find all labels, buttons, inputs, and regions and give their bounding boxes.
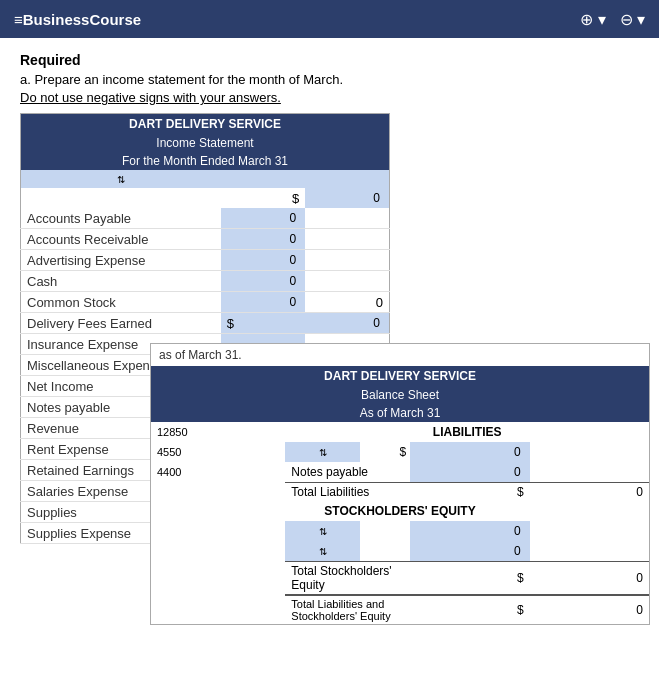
income-dollar-value[interactable] bbox=[305, 188, 389, 208]
income-sort-col2 bbox=[221, 170, 305, 188]
bs-total-liab-label: Total Liabilities bbox=[285, 483, 410, 502]
accounts-payable-input[interactable] bbox=[239, 210, 299, 226]
user-icon[interactable]: ⊖ ▾ bbox=[620, 10, 645, 29]
row-input-col[interactable] bbox=[221, 271, 305, 292]
bs-eq-spacer-1 bbox=[151, 521, 285, 541]
bs-sort-icon-1[interactable]: ⇅ bbox=[285, 442, 360, 462]
row-input-col[interactable] bbox=[221, 208, 305, 229]
bs-left-v1: 12850 bbox=[151, 422, 285, 442]
income-subtitle: For the Month Ended March 31 bbox=[21, 152, 390, 170]
bs-grand-total-row: Total Liabilities and Stockholders' Equi… bbox=[151, 595, 649, 624]
top-bar-icons: ⊕ ▾ ⊖ ▾ bbox=[580, 10, 645, 29]
row-right-col bbox=[305, 229, 389, 250]
bs-equity-row-2: ⇅ bbox=[151, 541, 649, 562]
bs-total-equity-row: Total Stockholders' Equity $ 0 bbox=[151, 562, 649, 596]
row-input-col[interactable] bbox=[221, 292, 305, 313]
top-bar: ≡BusinessCourse ⊕ ▾ ⊖ ▾ bbox=[0, 0, 659, 38]
bs-equity-row-1: ⇅ bbox=[151, 521, 649, 541]
common-stock-input[interactable] bbox=[239, 294, 299, 310]
table-row: Common Stock 0 bbox=[21, 292, 390, 313]
bs-grand-total-label: Total Liabilities and Stockholders' Equi… bbox=[285, 595, 410, 624]
row-dollar-col: $ bbox=[221, 313, 305, 334]
table-row: Accounts Receivable bbox=[21, 229, 390, 250]
income-sort-label[interactable]: ⇅ bbox=[21, 170, 221, 188]
cash-input[interactable] bbox=[239, 273, 299, 289]
bs-liabilities-header-row: 12850 LIABILITIES bbox=[151, 422, 649, 442]
bs-equity-input-1[interactable] bbox=[410, 521, 529, 541]
row-right-col[interactable] bbox=[305, 313, 389, 334]
bs-equity-right-1 bbox=[530, 521, 649, 541]
row-label: Common Stock bbox=[21, 292, 221, 313]
bs-sort-icon-3[interactable]: ⇅ bbox=[285, 541, 360, 562]
income-company: DART DELIVERY SERVICE bbox=[21, 114, 390, 135]
income-title: Income Statement bbox=[21, 134, 390, 152]
row-input-col[interactable] bbox=[221, 229, 305, 250]
main-area: DART DELIVERY SERVICE Income Statement F… bbox=[20, 113, 639, 700]
bs-subtitle: As of March 31 bbox=[151, 404, 649, 422]
row-right-col bbox=[305, 250, 389, 271]
accounts-receivable-input[interactable] bbox=[239, 231, 299, 247]
app-logo: ≡BusinessCourse bbox=[14, 11, 141, 28]
row-right-col bbox=[305, 271, 389, 292]
bs-liabilities-header: LIABILITIES bbox=[285, 422, 649, 442]
as-of-label: as of March 31. bbox=[151, 344, 649, 366]
bs-equity-value-2-input[interactable] bbox=[464, 543, 524, 559]
bs-notes-payable-row: 4400 Notes payable bbox=[151, 462, 649, 483]
income-sort-col3 bbox=[305, 170, 389, 188]
bs-eq-label-1 bbox=[360, 521, 410, 541]
bs-equity-header-row: STOCKHOLDERS' EQUITY bbox=[151, 501, 649, 521]
income-sort-row: ⇅ bbox=[21, 170, 390, 188]
bs-total-equity-dollar: $ bbox=[410, 562, 529, 596]
bs-title: Balance Sheet bbox=[151, 386, 649, 404]
bs-dollar-sign-1: $ bbox=[360, 442, 410, 462]
bs-equity-right-2 bbox=[530, 541, 649, 562]
bs-subtitle-row: As of March 31 bbox=[151, 404, 649, 422]
balance-sheet-table: DART DELIVERY SERVICE Balance Sheet As o… bbox=[151, 366, 649, 624]
bs-notes-payable-input[interactable] bbox=[410, 462, 529, 483]
bs-notes-payable-right bbox=[530, 462, 649, 483]
bs-header-row: DART DELIVERY SERVICE bbox=[151, 366, 649, 386]
row-label: Accounts Receivable bbox=[21, 229, 221, 250]
row-label: Delivery Fees Earned bbox=[21, 313, 221, 334]
income-dollar-sign: $ bbox=[221, 188, 305, 208]
add-icon[interactable]: ⊕ ▾ bbox=[580, 10, 605, 29]
table-row: Delivery Fees Earned $ bbox=[21, 313, 390, 334]
bs-notes-payable-label: Notes payable bbox=[285, 462, 410, 483]
advertising-expense-input[interactable] bbox=[239, 252, 299, 268]
bs-equity-value-1-input[interactable] bbox=[464, 523, 524, 539]
bs-liab-input-1[interactable] bbox=[410, 442, 529, 462]
bs-eq-spacer-2 bbox=[151, 541, 285, 562]
income-header: DART DELIVERY SERVICE bbox=[21, 114, 390, 135]
row-input-col[interactable] bbox=[221, 250, 305, 271]
income-title-row: Income Statement bbox=[21, 134, 390, 152]
row-label: Cash bbox=[21, 271, 221, 292]
bs-total-equity-value: 0 bbox=[530, 562, 649, 596]
bs-grand-total-dollar: $ bbox=[410, 595, 529, 624]
bs-left-v3: 4400 bbox=[151, 462, 285, 483]
row-label: Advertising Expense bbox=[21, 250, 221, 271]
required-label: Required bbox=[20, 52, 639, 68]
instruction-a: a. Prepare an income statement for the m… bbox=[20, 72, 639, 87]
bs-eq-label-2 bbox=[360, 541, 410, 562]
table-row: Advertising Expense bbox=[21, 250, 390, 271]
bs-left-v2: 4550 bbox=[151, 442, 285, 462]
income-dollar-input[interactable] bbox=[323, 190, 383, 206]
bs-eq-total-spacer bbox=[151, 562, 285, 596]
bs-sort-icon-2[interactable]: ⇅ bbox=[285, 521, 360, 541]
bs-total-equity-label: Total Stockholders' Equity bbox=[285, 562, 410, 596]
delivery-fees-input[interactable] bbox=[323, 315, 383, 331]
bs-title-row: Balance Sheet bbox=[151, 386, 649, 404]
bs-liab-right-1 bbox=[530, 442, 649, 462]
row-label: Accounts Payable bbox=[21, 208, 221, 229]
income-label-col bbox=[21, 188, 221, 208]
bs-grand-total-value: 0 bbox=[530, 595, 649, 624]
bs-total-liab-value: 0 bbox=[530, 483, 649, 502]
row-right-col bbox=[305, 208, 389, 229]
instruction-b: Do not use negative signs with your answ… bbox=[20, 90, 639, 105]
bs-total-liabilities-row: Total Liabilities $ 0 bbox=[151, 483, 649, 502]
bs-notes-payable-value-input[interactable] bbox=[464, 464, 524, 480]
bs-liab-value-1-input[interactable] bbox=[464, 444, 524, 460]
bs-company: DART DELIVERY SERVICE bbox=[151, 366, 649, 386]
bs-equity-input-2[interactable] bbox=[410, 541, 529, 562]
main-content: Required a. Prepare an income statement … bbox=[0, 38, 659, 700]
